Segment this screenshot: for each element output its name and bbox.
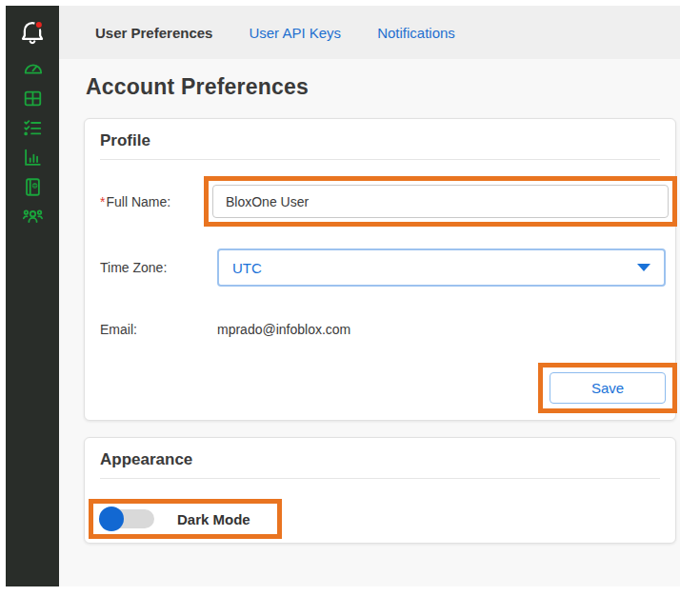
- user-groups-icon[interactable]: [22, 206, 43, 227]
- bar-chart-icon[interactable]: [22, 147, 43, 168]
- notifications-bell-icon[interactable]: [18, 18, 47, 47]
- app-window: User Preferences User API Keys Notificat…: [0, 0, 700, 596]
- checklist-icon[interactable]: [22, 117, 43, 138]
- appearance-divider: [100, 478, 660, 479]
- profile-divider: [100, 159, 660, 160]
- time-zone-select[interactable]: UTC: [217, 248, 666, 287]
- toggle-knob: [99, 507, 124, 531]
- email-value: mprado@infoblox.com: [217, 322, 350, 337]
- full-name-input[interactable]: [212, 185, 669, 218]
- annotation-box-dark-mode: Dark Mode: [89, 499, 282, 539]
- full-name-label: *Full Name:: [100, 194, 204, 209]
- required-asterisk: *: [100, 194, 105, 209]
- page-title: Account Preferences: [86, 74, 680, 100]
- full-name-row: *Full Name:: [85, 176, 675, 227]
- dark-mode-toggle[interactable]: [99, 507, 154, 531]
- email-label: Email:: [100, 322, 217, 337]
- tab-user-api-keys[interactable]: User API Keys: [249, 25, 341, 41]
- time-zone-value: UTC: [232, 260, 262, 276]
- appearance-section-title: Appearance: [85, 438, 675, 478]
- tab-notifications[interactable]: Notifications: [377, 25, 455, 41]
- chevron-down-icon: [637, 264, 650, 271]
- tab-user-preferences[interactable]: User Preferences: [95, 25, 212, 41]
- main-area: User Preferences User API Keys Notificat…: [59, 6, 680, 586]
- dark-mode-label: Dark Mode: [177, 511, 250, 527]
- grid-icon[interactable]: [22, 88, 43, 109]
- profile-section-title: Profile: [85, 119, 675, 159]
- content: Account Preferences Profile *Full Name: …: [59, 74, 680, 544]
- annotation-box-save: Save: [538, 363, 677, 413]
- sidebar: [6, 6, 59, 586]
- report-book-icon[interactable]: [22, 176, 43, 197]
- email-row: Email: mprado@infoblox.com: [85, 322, 675, 337]
- annotation-box-full-name: [204, 176, 677, 227]
- save-button[interactable]: Save: [550, 372, 666, 404]
- profile-card: Profile *Full Name: Time Zone: UTC: [84, 118, 676, 421]
- time-zone-row: Time Zone: UTC: [85, 248, 675, 287]
- sidebar-nav: [22, 58, 43, 227]
- dashboard-gauge-icon[interactable]: [22, 58, 43, 79]
- appearance-card: Appearance Dark Mode: [84, 437, 676, 544]
- save-row: Save: [85, 363, 675, 413]
- time-zone-label: Time Zone:: [100, 260, 217, 275]
- tab-bar: User Preferences User API Keys Notificat…: [59, 6, 680, 59]
